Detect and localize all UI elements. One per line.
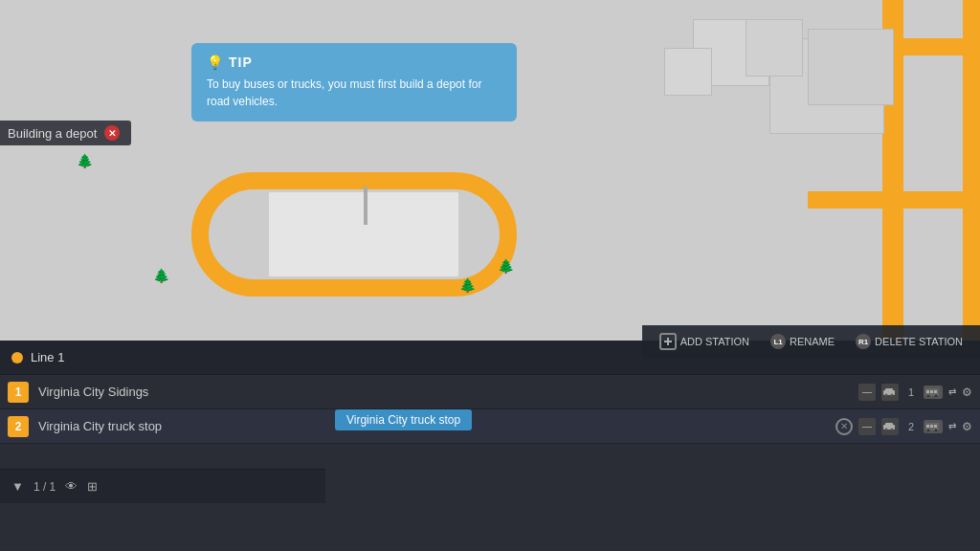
- ctrl-minus-2[interactable]: —: [858, 418, 876, 435]
- station-toolbar: ADD STATION L1 RENAME R1 DELETE STATION: [642, 325, 980, 358]
- svg-rect-1: [667, 338, 669, 345]
- ctrl-num-2: 2: [904, 421, 918, 432]
- svg-rect-17: [926, 425, 929, 428]
- ctrl-minus-1[interactable]: —: [858, 384, 876, 401]
- filter-count: 1 / 1: [33, 480, 56, 494]
- tree-2: 🌲: [498, 258, 514, 274]
- tip-title: TIP: [229, 55, 253, 70]
- tree-3: 🌲: [77, 153, 93, 168]
- depot-pole: [364, 187, 368, 225]
- svg-rect-19: [934, 425, 937, 428]
- r1-badge: R1: [856, 334, 871, 349]
- tip-box: 💡 TIP To buy buses or trucks, you must f…: [191, 43, 517, 121]
- ctrl-vehicle-icon-2: [881, 418, 899, 435]
- ctrl-gear-1[interactable]: ⚙: [962, 386, 972, 399]
- building-top-3: [664, 48, 712, 96]
- ctrl-gear-2[interactable]: ⚙: [962, 420, 972, 433]
- station-tooltip: Virginia City truck stop: [335, 409, 472, 430]
- building-top-2: [746, 19, 803, 77]
- line-name: Line 1: [31, 350, 64, 364]
- station-row-1[interactable]: 1 Virginia City Sidings — 1 ⇄ ⚙: [0, 375, 980, 409]
- rename-button[interactable]: L1 RENAME: [763, 331, 842, 352]
- ctrl-num-1: 1: [904, 386, 918, 398]
- tip-icon: 💡: [207, 55, 223, 70]
- filter-bar: ▼ 1 / 1 👁 ⊞: [0, 469, 325, 503]
- station-controls-2: ✕ — 2 ⇄ ⚙: [835, 418, 972, 435]
- station-list: 1 Virginia City Sidings — 1 ⇄ ⚙ 2 Virgin…: [0, 375, 980, 444]
- svg-rect-13: [885, 423, 893, 426]
- station-row-2[interactable]: 2 Virginia City truck stop ✕ — 2 ⇄ ⚙: [0, 409, 980, 444]
- tree-1: 🌲: [459, 277, 476, 293]
- close-building-button[interactable]: ✕: [104, 125, 120, 141]
- bottom-panel: Line 1 1 Virginia City Sidings — 1 ⇄ ⚙ 2: [0, 341, 980, 551]
- filter-icon[interactable]: ▼: [11, 479, 24, 494]
- building-label-text: Building a depot: [8, 126, 97, 141]
- ctrl-vehicle-icon-bus-2: [924, 420, 943, 433]
- ctrl-arrows-1[interactable]: ⇄: [948, 386, 956, 397]
- add-station-label: ADD STATION: [680, 336, 749, 347]
- building-top-right: [808, 29, 894, 105]
- add-station-icon: [659, 333, 677, 350]
- svg-rect-8: [930, 390, 933, 393]
- road-bottom-right: [808, 191, 980, 209]
- building-label: Building a depot ✕: [0, 121, 131, 145]
- eye-icon[interactable]: 👁: [65, 479, 78, 494]
- station-controls-1: — 1 ⇄ ⚙: [858, 384, 972, 401]
- station-name-1: Virginia City Sidings: [38, 385, 858, 399]
- ctrl-vehicle-icon-bus-1: [924, 386, 943, 399]
- line-dot: [11, 352, 23, 364]
- ctrl-vehicle-icon-1: [881, 384, 899, 401]
- rename-label: RENAME: [790, 336, 835, 347]
- tree-4: 🌲: [153, 268, 169, 283]
- svg-rect-9: [934, 390, 937, 393]
- delete-station-button[interactable]: R1 DELETE STATION: [848, 331, 970, 352]
- svg-rect-18: [930, 425, 933, 428]
- add-station-button[interactable]: ADD STATION: [652, 330, 757, 353]
- station-number-2: 2: [8, 416, 29, 437]
- grid-icon[interactable]: ⊞: [87, 479, 98, 494]
- tip-text: To buy buses or trucks, you must first b…: [207, 76, 501, 110]
- ctrl-close-2[interactable]: ✕: [835, 418, 853, 435]
- l1-badge: L1: [770, 334, 786, 349]
- ctrl-arrows-2[interactable]: ⇄: [948, 421, 956, 431]
- station-number-1: 1: [8, 382, 29, 403]
- svg-rect-3: [885, 388, 893, 391]
- svg-rect-7: [926, 390, 929, 393]
- delete-station-label: DELETE STATION: [875, 336, 963, 347]
